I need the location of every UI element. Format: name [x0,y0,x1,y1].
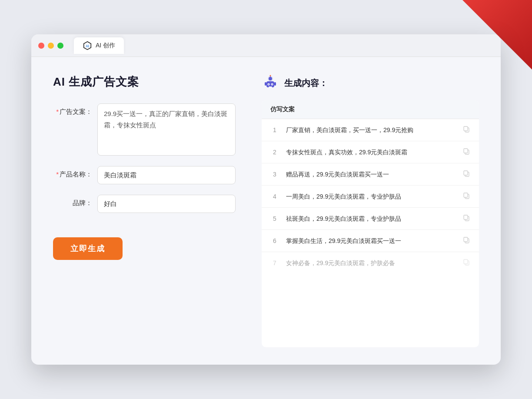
row-number: 7 [270,259,279,266]
svg-rect-17 [464,149,468,153]
right-panel: 生成内容： 仿写文案 1厂家直销，美白淡斑霜，买一送一，29.9元抢购 2专抹女… [262,74,479,347]
result-row: 7女神必备，29.9元美白淡斑霜，护肤必备 [262,252,479,274]
row-number: 1 [270,126,279,133]
row-text: 女神必备，29.9元美白淡斑霜，护肤必备 [286,259,456,268]
minimize-button[interactable] [48,43,54,49]
close-button[interactable] [38,43,44,49]
svg-rect-19 [464,171,468,175]
svg-rect-5 [265,82,266,86]
brand-group: 品牌： [53,195,236,213]
results-column-header: 仿写文案 [262,100,479,119]
copy-icon[interactable] [462,258,470,268]
product-name-input[interactable] [97,166,236,184]
result-row: 5祛斑美白，29.9元美白淡斑霜，专业护肤品 [262,208,479,230]
copy-icon[interactable] [462,192,470,201]
result-row: 4一周美白，29.9元美白淡斑霜，专业护肤品 [262,186,479,208]
results-container: 仿写文案 1厂家直销，美白淡斑霜，买一送一，29.9元抢购 2专抹女性斑点，真实… [262,100,479,347]
svg-rect-6 [274,82,276,86]
generate-button[interactable]: 立即生成 [53,237,123,260]
ad-copy-label: *广告文案： [53,103,92,116]
ad-copy-group: *广告文案： 29.9买一送一，真正的厂家直销，美白淡斑霜，专抹女性斑点 [53,103,236,156]
ai-tab-icon: AI [83,41,92,50]
copy-icon[interactable] [462,170,470,179]
window-controls [38,43,63,49]
svg-text:AI: AI [86,44,89,48]
product-name-required: * [56,170,59,178]
results-title: 生成内容： [284,77,328,89]
row-number: 4 [270,193,279,200]
brand-label: 品牌： [53,195,92,207]
copy-icon[interactable] [462,214,470,223]
result-row: 2专抹女性斑点，真实功效，29.9元美白淡斑霜 [262,141,479,163]
results-list: 1厂家直销，美白淡斑霜，买一送一，29.9元抢购 2专抹女性斑点，真实功效，29… [262,119,479,274]
page-title: AI 生成广告文案 [53,74,236,90]
robot-icon [262,74,279,92]
svg-rect-23 [464,215,468,219]
ai-tab[interactable]: AI AI 创作 [74,37,124,54]
row-text: 一周美白，29.9元美白淡斑霜，专业护肤品 [286,192,456,201]
product-name-group: *产品名称： [53,166,236,184]
svg-point-10 [272,84,273,85]
result-row: 1厂家直销，美白淡斑霜，买一送一，29.9元抢购 [262,119,479,141]
ad-copy-input[interactable]: 29.9买一送一，真正的厂家直销，美白淡斑霜，专抹女性斑点 [97,103,236,156]
svg-point-3 [269,77,272,80]
copy-icon[interactable] [462,236,470,246]
brand-input[interactable] [97,195,236,213]
row-text: 厂家直销，美白淡斑霜，买一送一，29.9元抢购 [286,126,456,135]
row-text: 掌握美白生活，29.9元美白淡斑霜买一送一 [286,236,456,246]
result-row: 6掌握美白生活，29.9元美白淡斑霜买一送一 [262,230,479,252]
row-number: 2 [270,149,279,156]
svg-rect-27 [464,259,468,264]
svg-rect-15 [464,126,468,131]
title-bar: AI AI 创作 [31,34,501,57]
row-text: 专抹女性斑点，真实功效，29.9元美白淡斑霜 [286,148,456,157]
copy-icon[interactable] [462,125,470,135]
row-number: 3 [270,171,279,178]
maximize-button[interactable] [57,43,63,49]
row-text: 赠品再送，29.9元美白淡斑霜买一送一 [286,170,456,179]
svg-rect-25 [464,237,468,242]
svg-rect-21 [464,193,468,197]
copy-icon[interactable] [462,147,470,157]
result-row: 3赠品再送，29.9元美白淡斑霜买一送一 [262,163,479,186]
ad-copy-required: * [56,108,59,115]
row-text: 祛斑美白，29.9元美白淡斑霜，专业护肤品 [286,214,456,223]
row-number: 6 [270,237,279,244]
ai-tab-label: AI 创作 [96,42,115,50]
svg-point-9 [268,84,269,85]
svg-point-13 [270,75,271,76]
left-panel: AI 生成广告文案 *广告文案： 29.9买一送一，真正的厂家直销，美白淡斑霜，… [53,74,236,347]
right-header: 生成内容： [262,74,479,92]
row-number: 5 [270,215,279,222]
main-content: AI 生成广告文案 *广告文案： 29.9买一送一，真正的厂家直销，美白淡斑霜，… [31,57,501,365]
browser-window: AI AI 创作 AI 生成广告文案 *广告文案： 29.9买一送一，真正的厂家… [31,34,501,365]
product-name-label: *产品名称： [53,166,92,179]
svg-rect-11 [269,86,272,87]
